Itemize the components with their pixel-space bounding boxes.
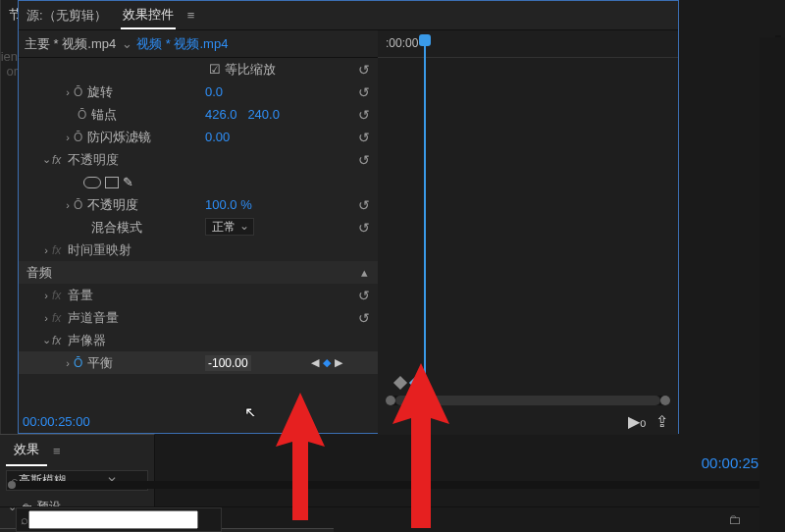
blend-mode-row[interactable]: 混合模式 正常 ↺	[19, 216, 378, 239]
reset-icon[interactable]: ↺	[358, 310, 370, 326]
prev-keyframe-icon[interactable]: ◀	[311, 356, 319, 369]
export-frame-icon[interactable]: ⇪	[655, 412, 668, 431]
antiflicker-row[interactable]: › Ō 防闪烁滤镜 0.00 ↺	[19, 126, 378, 148]
rotation-label: 旋转	[87, 83, 113, 101]
opacity-label: 不透明度	[87, 196, 138, 214]
anchor-row[interactable]: Ō 锚点 426.0 240.0 ↺	[19, 103, 378, 126]
fx-badge-icon: fx	[52, 289, 68, 302]
svg-marker-0	[276, 393, 325, 520]
instance-clip-label[interactable]: 视频 * 视频.mp4	[136, 35, 228, 53]
antiflicker-label: 防闪烁滤镜	[87, 129, 151, 146]
effect-properties: ☑ 等比缩放 ↺ › Ō 旋转 0.0 ↺ Ō 锚点 426.0 240.0 ↺…	[19, 58, 378, 416]
anchor-x-value[interactable]: 426.0	[205, 107, 237, 122]
panel-timecode[interactable]: 00:00:25:00	[23, 414, 90, 429]
master-clip-label[interactable]: 主要 * 视频.mp4	[25, 35, 116, 53]
annotation-arrow-1	[271, 393, 330, 530]
reset-icon[interactable]: ↺	[358, 107, 370, 123]
fx-badge-icon: fx	[52, 334, 68, 347]
balance-value-input[interactable]: -100.00	[205, 355, 251, 371]
opacity-value[interactable]: 100.0 %	[205, 197, 252, 212]
list-view-icon[interactable]: 🗀	[728, 512, 741, 527]
stopwatch-icon[interactable]: Ō	[74, 198, 87, 212]
ruler-timecode: :00:00	[386, 36, 418, 50]
chevron-down-icon[interactable]: ⌄	[122, 36, 132, 51]
stopwatch-icon[interactable]: Ō	[74, 85, 87, 99]
antiflicker-value[interactable]: 0.00	[205, 130, 230, 144]
reset-icon[interactable]: ↺	[358, 220, 370, 236]
fx-badge-icon[interactable]: fx	[52, 153, 68, 167]
twisty-icon[interactable]: ›	[62, 86, 74, 98]
stopwatch-icon[interactable]: Ō	[78, 108, 91, 122]
go-to-in-icon[interactable]: ▶₀	[628, 412, 646, 431]
stopwatch-active-icon[interactable]: Ō	[74, 356, 87, 370]
collapse-icon[interactable]: ▴	[361, 265, 368, 280]
cursor-icon: ↖	[244, 403, 257, 416]
pen-mask-icon[interactable]: ✎	[123, 175, 133, 189]
keyframe-nav[interactable]: ◀ ◆ ▶	[311, 356, 342, 369]
reset-icon[interactable]: ↺	[358, 197, 370, 213]
sequence-ruler[interactable]	[759, 37, 785, 532]
audio-header-label: 音频	[26, 264, 52, 282]
project-search-input[interactable]	[28, 510, 198, 529]
twisty-icon[interactable]: ›	[62, 132, 74, 143]
audio-header[interactable]: 音频 ▴	[19, 261, 378, 284]
panner-label: 声像器	[68, 332, 106, 349]
crumb-line1: ien	[0, 49, 18, 64]
anchor-label: 锚点	[91, 106, 117, 124]
reset-icon[interactable]: ↺	[358, 288, 370, 303]
playhead[interactable]	[419, 34, 431, 46]
twisty-icon[interactable]: ›	[62, 357, 74, 369]
effect-controls-panel: 源:（无剪辑） 效果控件 ≡ 主要 * 视频.mp4 ⌄ 视频 * 视频.mp4…	[18, 0, 679, 434]
twisty-icon[interactable]: ›	[40, 312, 52, 324]
blend-mode-dropdown[interactable]: 正常	[205, 218, 254, 236]
reset-icon[interactable]: ↺	[358, 130, 370, 145]
rotation-row[interactable]: › Ō 旋转 0.0 ↺	[19, 80, 378, 103]
crumb-line2: or	[0, 64, 18, 79]
time-ruler[interactable]: :00:00	[378, 30, 678, 58]
tab-effect-controls[interactable]: 效果控件	[121, 2, 176, 29]
scale-lock-label: 等比缩放	[225, 62, 276, 77]
volume-label: 音量	[68, 287, 93, 304]
opacity-section[interactable]: ⌄ fx 不透明度 ↺	[19, 148, 378, 171]
opacity-value-row[interactable]: › Ō 不透明度 100.0 % ↺	[19, 193, 378, 216]
twisty-icon[interactable]: ⌄	[40, 153, 52, 166]
balance-label: 平衡	[87, 354, 113, 372]
next-keyframe-icon[interactable]: ▶	[335, 356, 342, 369]
reset-icon[interactable]: ↺	[358, 84, 370, 100]
twisty-icon[interactable]: ›	[62, 199, 74, 211]
anchor-y-value[interactable]: 240.0	[247, 107, 280, 122]
twisty-icon[interactable]: ⌄	[40, 334, 52, 346]
blend-mode-label: 混合模式	[91, 219, 142, 237]
fx-badge-icon: fx	[52, 243, 68, 257]
panel-menu-icon[interactable]: ≡	[187, 8, 195, 23]
twisty-icon[interactable]: ›	[40, 244, 52, 256]
source-tab-bar: 源:（无剪辑） 效果控件 ≡	[19, 1, 678, 30]
scale-lock-row[interactable]: ☑ 等比缩放 ↺	[19, 58, 378, 80]
channel-volume-section[interactable]: › fx 声道音量 ↺	[19, 306, 378, 329]
channel-volume-label: 声道音量	[68, 309, 119, 327]
reset-icon[interactable]: ↺	[358, 62, 370, 78]
rect-mask-icon[interactable]	[105, 177, 119, 188]
time-remap-label: 时间重映射	[68, 241, 131, 259]
tab-source[interactable]: 源:（无剪辑）	[25, 3, 109, 28]
project-search[interactable]: ⌕	[16, 507, 222, 532]
stopwatch-icon[interactable]: Ō	[74, 131, 87, 144]
ellipse-mask-icon[interactable]	[83, 177, 101, 188]
mask-tools-row: ✎	[19, 171, 378, 193]
tab-effects[interactable]: 效果	[6, 435, 47, 466]
reset-icon[interactable]: ↺	[358, 152, 370, 168]
svg-marker-1	[392, 363, 449, 528]
fx-badge-icon: fx	[52, 311, 68, 325]
volume-section[interactable]: › fx 音量 ↺	[19, 284, 378, 306]
annotation-arrow-2	[387, 363, 455, 532]
twisty-icon[interactable]: ›	[40, 290, 52, 301]
time-remap-section[interactable]: › fx 时间重映射	[19, 239, 378, 261]
rotation-value[interactable]: 0.0	[205, 84, 223, 99]
balance-row[interactable]: › Ō 平衡 -100.00 ◀ ◆ ▶	[19, 351, 378, 374]
add-keyframe-icon[interactable]: ◆	[323, 356, 331, 369]
panel-menu-icon[interactable]: ≡	[53, 444, 61, 458]
opacity-section-label: 不透明度	[68, 151, 119, 169]
search-icon: ⌕	[21, 512, 28, 527]
panner-section[interactable]: ⌄ fx 声像器	[19, 329, 378, 351]
